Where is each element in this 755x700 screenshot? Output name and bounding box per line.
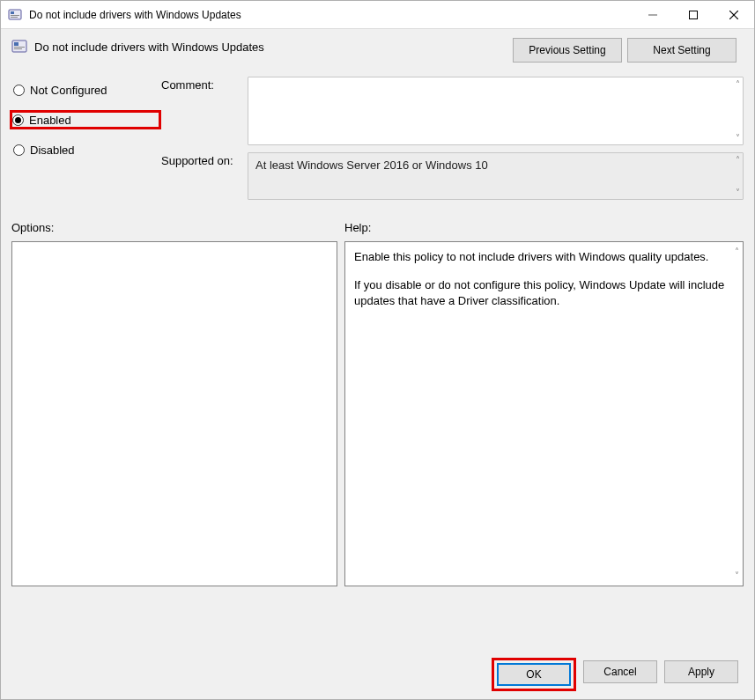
comment-row: Comment: ˄ ˅	[161, 77, 744, 145]
scroll-up-icon: ˄	[735, 246, 739, 258]
svg-rect-11	[14, 48, 22, 49]
cancel-button[interactable]: Cancel	[583, 660, 657, 683]
ok-highlight: OK	[492, 658, 576, 691]
help-text-paragraph: Enable this policy to not include driver…	[354, 249, 725, 265]
svg-rect-2	[11, 15, 19, 16]
comment-textarea[interactable]: ˄ ˅	[248, 77, 744, 145]
radio-not-configured[interactable]: Not Configured	[13, 80, 161, 99]
scroll-down-icon: ˅	[736, 133, 740, 143]
policy-icon	[11, 39, 27, 55]
svg-rect-0	[9, 10, 21, 19]
next-setting-button[interactable]: Next Setting	[627, 38, 736, 63]
svg-rect-10	[14, 47, 25, 48]
radio-circle-icon	[12, 114, 24, 126]
scroll-down-icon: ˅	[736, 188, 740, 197]
maximize-button[interactable]	[673, 1, 714, 29]
panels: ˄ Enable this policy to not include driv…	[11, 241, 744, 648]
nav-buttons: Previous Setting Next Setting	[513, 38, 736, 63]
help-text-paragraph: If you disable or do not configure this …	[354, 277, 725, 309]
footer-buttons: OK Cancel Apply	[11, 648, 744, 689]
radio-label: Not Configured	[30, 84, 107, 97]
radio-label: Enabled	[29, 114, 71, 127]
supported-row: Supported on: At least Windows Server 20…	[161, 152, 744, 200]
policy-title: Do not include drivers with Windows Upda…	[34, 39, 264, 54]
scroll-down-icon: ˅	[735, 570, 739, 582]
policy-title-icon	[8, 8, 22, 22]
svg-rect-8	[12, 41, 26, 52]
options-label: Options:	[11, 221, 344, 234]
window-controls	[633, 1, 754, 29]
minimize-button[interactable]	[633, 1, 673, 29]
previous-setting-button[interactable]: Previous Setting	[513, 38, 622, 63]
help-label: Help:	[344, 221, 371, 234]
policy-editor-window: Do not include drivers with Windows Upda…	[0, 0, 755, 700]
header-row: Do not include drivers with Windows Upda…	[11, 38, 744, 63]
scroll-up-icon: ˄	[736, 155, 740, 165]
fields-column: Comment: ˄ ˅ Supported on: At least Wind…	[161, 77, 744, 207]
ok-button[interactable]: OK	[497, 663, 571, 686]
svg-rect-5	[690, 11, 698, 18]
supported-on-text: At least Windows Server 2016 or Windows …	[255, 158, 488, 172]
radio-disabled[interactable]: Disabled	[13, 140, 161, 159]
supported-label: Supported on:	[161, 152, 241, 167]
titlebar: Do not include drivers with Windows Upda…	[1, 1, 754, 29]
scroll-up-icon: ˄	[736, 79, 740, 89]
options-panel	[11, 241, 337, 586]
svg-rect-9	[14, 42, 19, 46]
radio-enabled[interactable]: Enabled	[10, 110, 161, 129]
apply-button[interactable]: Apply	[664, 660, 738, 683]
radio-label: Disabled	[30, 144, 75, 157]
panels-header: Options: Help:	[11, 221, 744, 234]
close-button[interactable]	[714, 1, 754, 29]
state-radio-group: Not Configured Enabled Disabled	[11, 77, 161, 170]
svg-rect-3	[11, 17, 18, 18]
window-title: Do not include drivers with Windows Upda…	[29, 9, 633, 21]
help-panel: ˄ Enable this policy to not include driv…	[344, 241, 744, 586]
comment-label: Comment:	[161, 77, 241, 92]
radio-circle-icon	[13, 144, 25, 156]
radio-circle-icon	[13, 85, 25, 96]
settings-row: Not Configured Enabled Disabled Comment:…	[11, 77, 744, 207]
supported-on-box: At least Windows Server 2016 or Windows …	[248, 152, 744, 200]
svg-rect-1	[11, 11, 14, 14]
policy-title-wrap: Do not include drivers with Windows Upda…	[11, 38, 513, 55]
window-body: Do not include drivers with Windows Upda…	[1, 29, 754, 699]
